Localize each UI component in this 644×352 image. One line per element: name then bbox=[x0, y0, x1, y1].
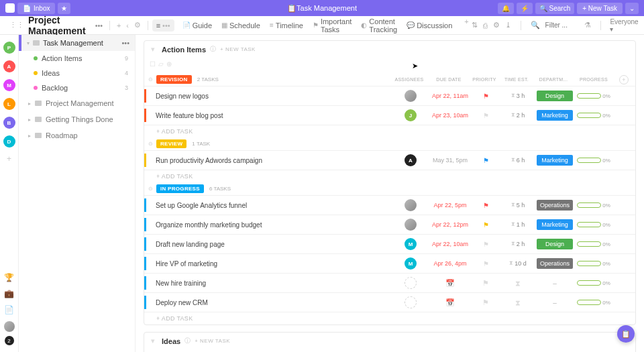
tab-guide[interactable]: 📄Guide bbox=[182, 17, 212, 34]
due-date[interactable]: Apr 23, 10am bbox=[429, 112, 472, 119]
due-date[interactable]: Apr 22, 5pm bbox=[429, 202, 472, 209]
task-row[interactable]: Draft new landing pageMApr 22, 10am⚑⧗2 h… bbox=[144, 234, 635, 253]
icon[interactable]: ▱ bbox=[158, 60, 164, 68]
calendar-empty-icon[interactable]: 📅 bbox=[445, 279, 455, 288]
time-estimate[interactable]: ⧗ bbox=[500, 298, 536, 307]
add-workspace-icon[interactable]: + bbox=[7, 154, 11, 164]
settings-icon[interactable]: ⚙ bbox=[131, 21, 144, 30]
trophy-icon[interactable]: 🏆 bbox=[4, 273, 14, 282]
due-date[interactable]: 📅 bbox=[429, 298, 472, 307]
workspace-avatar[interactable]: M bbox=[3, 79, 15, 91]
tab-schedule[interactable]: ▦Schedule bbox=[221, 17, 260, 34]
department-badge[interactable]: Operations bbox=[537, 258, 573, 269]
more-menu-icon[interactable]: ••• bbox=[93, 20, 106, 31]
task-row[interactable]: Design new logosApr 22, 11am⚑⧗3 hDesign0… bbox=[144, 86, 635, 105]
collapse-icon[interactable]: ⊝ bbox=[144, 186, 156, 192]
add-task-link[interactable]: + ADD TASK bbox=[144, 312, 635, 325]
priority-empty-icon[interactable]: ⚑ bbox=[482, 279, 489, 288]
tab-discussion[interactable]: 💬Discussion bbox=[407, 17, 452, 34]
icon[interactable]: ☐ bbox=[150, 60, 156, 68]
add-view-icon[interactable]: + bbox=[462, 17, 471, 34]
sidebar-sublist[interactable]: Ideas4 bbox=[19, 66, 135, 80]
info-icon[interactable]: ⓘ bbox=[210, 45, 216, 54]
department-empty[interactable]: – bbox=[553, 280, 557, 287]
due-date[interactable]: 📅 bbox=[429, 279, 472, 288]
time-estimate[interactable]: ⧗2 h bbox=[500, 112, 536, 119]
workspace-avatar[interactable]: P bbox=[3, 42, 15, 54]
search-button[interactable]: 🔍 Search bbox=[535, 3, 575, 14]
time-empty-icon[interactable]: ⧗ bbox=[515, 298, 521, 307]
department-badge[interactable]: Design bbox=[537, 239, 573, 249]
add-task-link[interactable]: + ADD TASK bbox=[144, 170, 635, 182]
due-date[interactable]: Apr 22, 12pm bbox=[429, 221, 472, 228]
priority-flag-icon[interactable]: ⚑ bbox=[483, 202, 489, 209]
tab-timeline[interactable]: ≡Timeline bbox=[270, 17, 303, 34]
task-row[interactable]: Hire VP of marketingMApr 26, 4pm⚑⧗10 dOp… bbox=[144, 253, 635, 273]
workspace-avatar[interactable]: L bbox=[3, 98, 15, 110]
new-task-button[interactable]: + New Task bbox=[577, 3, 623, 14]
due-date[interactable]: May 31, 5pm bbox=[429, 157, 472, 164]
department-badge[interactable]: Marketing bbox=[537, 110, 573, 121]
filter-input[interactable] bbox=[545, 21, 579, 29]
task-row[interactable]: Run productivity Adwords campaignAMay 31… bbox=[144, 150, 635, 170]
status-pill[interactable]: REVISION bbox=[156, 75, 192, 84]
priority-empty-icon[interactable]: ⚑ bbox=[482, 298, 489, 307]
time-estimate[interactable]: ⧗ bbox=[500, 279, 536, 288]
priority-flag-icon[interactable]: ⚑ bbox=[483, 112, 489, 119]
tab-important[interactable]: ⚑Important Tasks bbox=[313, 17, 352, 34]
sidebar-folder[interactable]: ▸Roadmap bbox=[19, 127, 135, 143]
priority-flag-icon[interactable]: ⚑ bbox=[483, 260, 489, 268]
more-icon[interactable]: ••• bbox=[121, 39, 129, 47]
status-pill[interactable]: IN PROGRESS bbox=[156, 184, 204, 193]
tool-icon[interactable]: ⇅ bbox=[472, 21, 478, 30]
priority-flag-icon[interactable]: ⚑ bbox=[483, 93, 489, 100]
priority-flag-icon[interactable]: ⚑ bbox=[483, 241, 489, 248]
assignee-filter[interactable]: Everyone ▾ bbox=[610, 18, 639, 33]
task-row[interactable]: Set up Google Analytics funnelApr 22, 5p… bbox=[144, 195, 635, 215]
collapse-icon[interactable]: ▾ bbox=[151, 337, 155, 345]
department-empty[interactable]: – bbox=[553, 299, 557, 306]
workspace-avatar[interactable]: D bbox=[3, 135, 15, 148]
assignee-avatar[interactable] bbox=[405, 219, 417, 231]
add-task-link[interactable]: + ADD TASK bbox=[144, 125, 635, 137]
workspace-avatar[interactable]: A bbox=[3, 60, 15, 72]
calendar-empty-icon[interactable]: 📅 bbox=[445, 298, 455, 307]
add-icon[interactable]: + bbox=[114, 21, 123, 30]
collapse-icon[interactable]: ⊝ bbox=[144, 141, 156, 147]
due-date[interactable]: Apr 26, 4pm bbox=[429, 260, 472, 267]
sidebar-active-list[interactable]: ▾ Task Management ••• bbox=[19, 35, 135, 51]
favorite-button[interactable]: ★ bbox=[58, 3, 70, 14]
assignee-avatar[interactable]: M bbox=[405, 257, 417, 270]
inbox-button[interactable]: 📄 Inbox bbox=[17, 3, 55, 14]
search-icon[interactable]: 🔍 bbox=[531, 21, 540, 30]
sidebar-sublist[interactable]: Backlog3 bbox=[19, 80, 135, 95]
view-switch[interactable]: ≡ ••• bbox=[152, 19, 174, 32]
assignee-avatar[interactable] bbox=[405, 90, 417, 102]
back-icon[interactable]: ‹ bbox=[123, 21, 131, 30]
assignee-avatar[interactable]: J bbox=[405, 109, 417, 121]
collapse-icon[interactable]: ▾ bbox=[151, 45, 155, 54]
apps-icon[interactable]: ⋮⋮ bbox=[9, 21, 24, 30]
new-task-link[interactable]: + NEW TASK bbox=[195, 338, 230, 344]
filter-icon[interactable]: ⚗ bbox=[584, 21, 591, 30]
dropdown-caret-icon[interactable]: ⌄ bbox=[625, 3, 639, 14]
notifications-icon[interactable]: 🔔 bbox=[498, 3, 514, 14]
time-estimate[interactable]: ⧗1 h bbox=[500, 221, 536, 228]
add-column-icon[interactable]: + bbox=[619, 75, 629, 84]
time-estimate[interactable]: ⧗10 d bbox=[500, 260, 536, 267]
sidebar-sublist[interactable]: Action Items9 bbox=[19, 51, 135, 66]
due-date[interactable]: Apr 22, 11am bbox=[429, 93, 472, 99]
tool-icon[interactable]: ⚙ bbox=[493, 21, 500, 30]
tool-icon[interactable]: ⤓ bbox=[505, 21, 511, 30]
tool-icon[interactable]: ⎙ bbox=[483, 21, 488, 30]
due-date[interactable]: Apr 22, 10am bbox=[429, 241, 472, 247]
time-estimate[interactable]: ⧗6 h bbox=[500, 157, 536, 164]
workspace-avatar[interactable]: B bbox=[3, 117, 15, 129]
time-estimate[interactable]: ⧗3 h bbox=[500, 93, 536, 99]
time-estimate[interactable]: ⧗5 h bbox=[500, 202, 536, 209]
tab-content[interactable]: ◐Content Tracking bbox=[361, 17, 397, 34]
assign-empty-icon[interactable] bbox=[405, 277, 417, 289]
assignee-avatar[interactable] bbox=[405, 199, 417, 211]
assignee-avatar[interactable]: M bbox=[405, 238, 417, 250]
sidebar-folder[interactable]: ▸Getting Things Done bbox=[19, 111, 135, 127]
